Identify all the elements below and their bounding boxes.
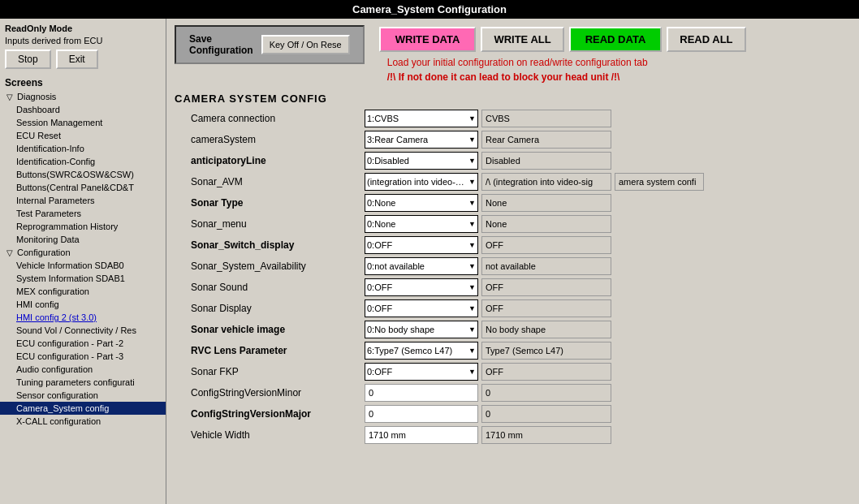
config-value-box: 1710 mm bbox=[481, 426, 611, 444]
sidebar-item-camera-system[interactable]: Camera_System config bbox=[0, 402, 166, 415]
config-row-label: ConfigStringVersionMajor bbox=[175, 408, 361, 420]
toolbar-warning: Load your initial configuration on read/… bbox=[387, 57, 746, 83]
table-row: RVC Lens Parameter6:Type7 (Semco L47)▼Ty… bbox=[175, 340, 851, 361]
sidebar-item-sound-vol[interactable]: Sound Vol / Connectivity / Res bbox=[0, 324, 166, 337]
select-value: 0:None bbox=[367, 198, 468, 208]
sidebar-item-tuning-params[interactable]: Tuning parameters configurati bbox=[0, 376, 166, 389]
sidebar-item-identification-info[interactable]: Identification-Info bbox=[0, 142, 166, 155]
config-text-input[interactable] bbox=[365, 384, 478, 402]
sidebar-item-audio-config[interactable]: Audio configuration bbox=[0, 363, 166, 376]
config-select-box[interactable]: 0:OFF▼ bbox=[365, 236, 478, 254]
sidebar-buttons: Stop Exit bbox=[0, 46, 166, 72]
config-value-box: /\ (integration into video-sig bbox=[481, 173, 611, 191]
sidebar-item-test-params[interactable]: Test Parameters bbox=[0, 207, 166, 220]
sidebar-item-identification-config[interactable]: Identification-Config bbox=[0, 155, 166, 168]
sidebar-item-system-info[interactable]: System Information SDAB1 bbox=[0, 272, 166, 285]
select-arrow: ▼ bbox=[468, 114, 476, 123]
sidebar-section-configuration[interactable]: ▽ Configuration bbox=[0, 246, 166, 259]
config-row-label: Sonar Display bbox=[175, 303, 361, 314]
select-value: 3:Rear Camera bbox=[367, 135, 468, 144]
config-row-label: Sonar Type bbox=[175, 197, 361, 209]
select-arrow: ▼ bbox=[468, 220, 476, 228]
select-arrow: ▼ bbox=[468, 199, 476, 207]
config-select-box[interactable]: 0:not available▼ bbox=[365, 257, 478, 275]
sidebar-item-hmi-config2[interactable]: HMI config 2 (st 3.0) bbox=[0, 311, 166, 324]
key-off-on-reset-button[interactable]: Key Off / On Rese bbox=[261, 35, 350, 54]
config-select-box[interactable]: 0:OFF▼ bbox=[365, 299, 478, 317]
config-select-box[interactable]: 0:OFF▼ bbox=[365, 278, 478, 296]
save-config-box: SaveConfiguration Key Off / On Rese bbox=[175, 25, 365, 64]
read-data-button[interactable]: READ DATA bbox=[569, 27, 663, 52]
config-value-box: not available bbox=[481, 257, 611, 275]
write-data-button[interactable]: WRITE DATA bbox=[379, 27, 477, 52]
sidebar-item-dashboard[interactable]: Dashboard bbox=[0, 103, 166, 116]
sidebar-item-ecu-config3[interactable]: ECU configuration - Part -3 bbox=[0, 350, 166, 363]
sidebar-item-monitoring[interactable]: Monitoring Data bbox=[0, 233, 166, 246]
sidebar-section-diagnosis[interactable]: ▽ Diagnosis bbox=[0, 90, 166, 103]
sidebar-item-ecu-reset[interactable]: ECU Reset bbox=[0, 129, 166, 142]
sidebar-item-sensor-config[interactable]: Sensor configuration bbox=[0, 389, 166, 402]
select-arrow: ▼ bbox=[468, 304, 476, 312]
config-row-label: RVC Lens Parameter bbox=[175, 345, 361, 356]
config-select-box[interactable]: 0:Disabled▼ bbox=[365, 152, 478, 170]
diagnosis-label: Diagnosis bbox=[17, 92, 56, 101]
config-value-box: CVBS bbox=[481, 110, 611, 127]
sidebar-item-reprogrammation[interactable]: Reprogrammation History bbox=[0, 220, 166, 233]
table-row: Sonar Type0:None▼None bbox=[175, 192, 851, 213]
sidebar-item-session-management[interactable]: Session Management bbox=[0, 116, 166, 129]
config-select-box[interactable]: 3:Rear Camera▼ bbox=[365, 131, 478, 149]
stop-button[interactable]: Stop bbox=[5, 50, 51, 69]
exit-button[interactable]: Exit bbox=[56, 50, 98, 69]
arrow-config: ▽ bbox=[6, 248, 13, 257]
config-select-box[interactable]: 6:Type7 (Semco L47)▼ bbox=[365, 342, 478, 360]
select-arrow: ▼ bbox=[468, 283, 476, 291]
sidebar-item-hmi-config[interactable]: HMI config bbox=[0, 298, 166, 311]
title-text: Camera_System Configuration bbox=[352, 3, 507, 15]
config-select-box[interactable]: 0:OFF▼ bbox=[365, 363, 478, 381]
select-value: 0:Disabled bbox=[367, 156, 468, 166]
configuration-label: Configuration bbox=[17, 248, 70, 257]
table-row: Sonar_AVM(integration into video-sign▼/\… bbox=[175, 171, 851, 192]
sidebar-item-mex-config[interactable]: MEX configuration bbox=[0, 285, 166, 298]
config-row-label: Sonar_AVM bbox=[175, 176, 361, 187]
config-value-box: Rear Camera bbox=[481, 131, 611, 149]
config-value-box: None bbox=[481, 194, 611, 212]
save-config-label: SaveConfiguration bbox=[189, 33, 253, 56]
select-value: 0:OFF bbox=[367, 304, 468, 313]
sidebar-item-buttons-swrc[interactable]: Buttons(SWRC&OSW&CSW) bbox=[0, 168, 166, 181]
sidebar-item-vehicle-info[interactable]: Vehicle Information SDAB0 bbox=[0, 259, 166, 272]
table-row: ConfigStringVersionMajor0 bbox=[175, 403, 851, 424]
sidebar: ReadOnly Mode Inputs derived from ECU St… bbox=[0, 19, 166, 504]
readonly-mode-label: ReadOnly Mode bbox=[0, 22, 166, 35]
select-value: 0:not available bbox=[367, 261, 468, 271]
select-arrow: ▼ bbox=[468, 136, 476, 144]
select-value: 0:OFF bbox=[367, 240, 468, 250]
table-row: Sonar vehicle image0:No body shape▼No bo… bbox=[175, 319, 851, 340]
section-title: CAMERA SYSTEM CONFIG bbox=[166, 89, 859, 108]
main-layout: ReadOnly Mode Inputs derived from ECU St… bbox=[0, 19, 859, 504]
config-text-input[interactable] bbox=[365, 426, 478, 444]
table-row: anticipatoryLine0:Disabled▼Disabled bbox=[175, 150, 851, 171]
select-value: 0:No body shape bbox=[367, 325, 468, 334]
config-select-box[interactable]: 0:No body shape▼ bbox=[365, 321, 478, 338]
table-row: Sonar Sound0:OFF▼OFF bbox=[175, 277, 851, 298]
table-row: Vehicle Width1710 mm bbox=[175, 424, 851, 446]
sidebar-item-ecu-config2[interactable]: ECU configuration - Part -2 bbox=[0, 337, 166, 350]
config-value-box: None bbox=[481, 215, 611, 233]
table-row: Sonar_menu0:None▼None bbox=[175, 213, 851, 235]
config-select-box[interactable]: 0:None▼ bbox=[365, 215, 478, 233]
read-all-button[interactable]: READ ALL bbox=[667, 27, 745, 52]
config-text-input[interactable] bbox=[365, 405, 478, 423]
config-select-box[interactable]: 0:None▼ bbox=[365, 194, 478, 212]
arrow-diagnosis: ▽ bbox=[6, 93, 13, 101]
sidebar-item-buttons-central[interactable]: Buttons(Central Panel&CD&T bbox=[0, 181, 166, 194]
sidebar-item-internal-params[interactable]: Internal Parameters bbox=[0, 194, 166, 207]
warning-line1: Load your initial configuration on read/… bbox=[387, 57, 746, 68]
select-value: 1:CVBS bbox=[367, 114, 468, 123]
config-select-box[interactable]: (integration into video-sign▼ bbox=[365, 173, 478, 191]
write-all-button[interactable]: WRITE ALL bbox=[481, 27, 563, 52]
sidebar-item-xcall-config[interactable]: X-CALL configuration bbox=[0, 415, 166, 428]
table-row: Sonar_System_Availability0:not available… bbox=[175, 256, 851, 277]
config-select-box[interactable]: 1:CVBS▼ bbox=[365, 110, 478, 127]
config-row-label: ConfigStringVersionMinor bbox=[175, 387, 361, 398]
